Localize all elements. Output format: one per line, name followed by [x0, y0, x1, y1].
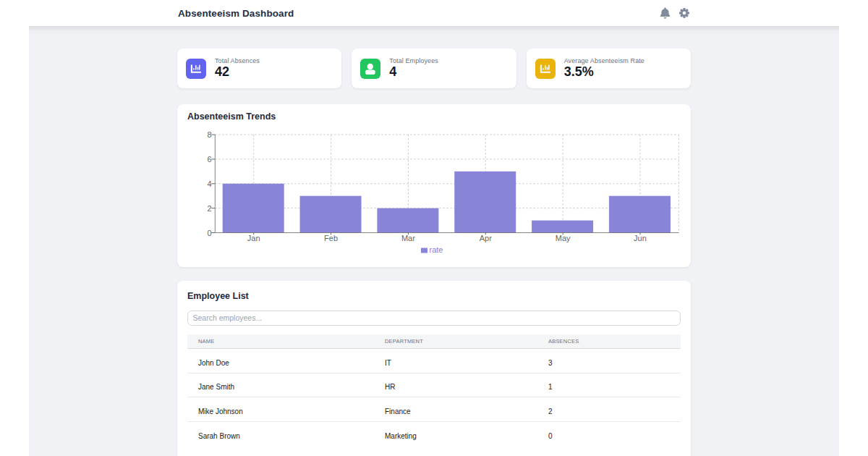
svg-text:2: 2	[207, 204, 211, 213]
svg-text:8: 8	[207, 130, 211, 139]
svg-text:Jan: Jan	[247, 234, 260, 242]
svg-text:Mar: Mar	[401, 234, 415, 242]
svg-text:6: 6	[207, 155, 211, 164]
svg-text:Jun: Jun	[634, 234, 647, 242]
svg-text:Apr: Apr	[480, 234, 492, 242]
svg-text:Feb: Feb	[324, 234, 338, 242]
svg-text:0: 0	[207, 229, 211, 237]
svg-text:4: 4	[207, 180, 211, 188]
svg-text:May: May	[556, 234, 571, 242]
svg-text:rate: rate	[430, 245, 443, 254]
